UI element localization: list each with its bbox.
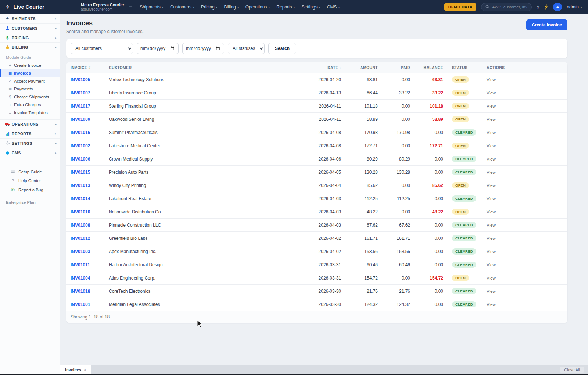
invoice-link[interactable]: INV01001: [71, 302, 90, 307]
table-row: INV01001Meridian Legal Associates2026-03…: [66, 298, 567, 311]
sidebar-item-extra-charges[interactable]: +Extra Charges: [0, 101, 60, 109]
amount-cell: 85.62: [343, 179, 380, 192]
invoice-link[interactable]: INV01013: [71, 183, 90, 188]
column-header-paid[interactable]: PAID: [380, 62, 412, 73]
amount-cell: 58.89: [343, 113, 380, 126]
view-link[interactable]: View: [487, 77, 496, 82]
nav-item-settings[interactable]: Settings▾: [298, 3, 323, 11]
invoice-link[interactable]: INV01014: [71, 196, 90, 201]
sidebar-section-customers[interactable]: CUSTOMERS▸: [0, 24, 60, 33]
sidebar-sections: ✈SHIPMENTS▸CUSTOMERS▸$PRICING▸BILLING▾Mo…: [0, 14, 60, 158]
invoice-link[interactable]: INV01005: [71, 77, 90, 82]
invoice-link[interactable]: INV01009: [71, 117, 90, 122]
view-link[interactable]: View: [487, 157, 496, 161]
status-badge: CLEARED: [452, 248, 476, 255]
view-link[interactable]: View: [487, 117, 496, 122]
view-link[interactable]: View: [487, 249, 496, 254]
sidebar-item-charge-shipments[interactable]: $Charge Shipments: [0, 93, 60, 101]
amount-cell: 161.71: [343, 232, 380, 245]
nav-item-cms[interactable]: CMS▾: [324, 3, 343, 11]
customer-select[interactable]: All customers: [71, 43, 133, 54]
column-header-actions[interactable]: ACTIONS: [479, 62, 567, 73]
sidebar-item-create-invoice[interactable]: +Create Invoice: [0, 61, 60, 69]
date-to-input[interactable]: [182, 43, 224, 54]
invoice-link[interactable]: INV01003: [71, 249, 90, 254]
column-header-amount[interactable]: AMOUNT: [343, 62, 380, 73]
status-badge: OPEN: [452, 76, 469, 83]
balance-cell: 0.00: [412, 219, 445, 232]
user-menu[interactable]: admin ▾: [567, 4, 582, 10]
sidebar-item-invoices[interactable]: ▤Invoices: [0, 69, 60, 77]
sidebar-section-shipments[interactable]: ✈SHIPMENTS▸: [0, 14, 60, 24]
column-header-balance[interactable]: BALANCE: [412, 62, 445, 73]
sidebar-link-report-a-bug[interactable]: ✆Report a Bug: [0, 185, 60, 195]
app-logo[interactable]: ✈ Live Courier: [0, 0, 76, 14]
sidebar-item-invoice-templates[interactable]: ≡Invoice Templates: [0, 109, 60, 117]
sidebar-item-payments[interactable]: ▦Payments: [0, 85, 60, 93]
create-invoice-button[interactable]: Create Invoice: [526, 19, 567, 30]
global-search[interactable]: [481, 3, 532, 11]
invoice-link[interactable]: INV01002: [71, 143, 90, 148]
nav-item-billing[interactable]: Billing▾: [221, 3, 242, 11]
view-link[interactable]: View: [487, 196, 496, 201]
sidebar-section-reports[interactable]: REPORTS▸: [0, 129, 60, 139]
nav-item-operations[interactable]: Operations▾: [242, 3, 273, 11]
invoice-link[interactable]: INV01017: [71, 104, 90, 109]
close-all-button[interactable]: Close All: [560, 367, 584, 373]
sidebar-item-accept-payment[interactable]: ✓Accept Payment: [0, 77, 60, 85]
view-link[interactable]: View: [487, 104, 496, 108]
view-link[interactable]: View: [487, 302, 496, 307]
invoice-link[interactable]: INV01004: [71, 275, 90, 281]
actions-cell: View: [479, 179, 567, 192]
sidebar-section-pricing[interactable]: $PRICING▸: [0, 33, 60, 43]
view-link[interactable]: View: [487, 236, 496, 241]
column-header-customer[interactable]: CUSTOMER: [107, 62, 306, 73]
balance-cell: 0.00: [412, 258, 445, 271]
view-link[interactable]: View: [487, 289, 496, 293]
table-header-row: INVOICE #CUSTOMERDATE↓AMOUNTPAIDBALANCES…: [66, 62, 567, 73]
view-link[interactable]: View: [487, 183, 496, 188]
view-link[interactable]: View: [487, 210, 496, 214]
view-link[interactable]: View: [487, 276, 496, 280]
view-link[interactable]: View: [487, 223, 496, 227]
hamburger-icon[interactable]: ≡: [129, 4, 132, 10]
sidebar-link-setup-guide[interactable]: Setup Guide: [0, 167, 60, 176]
nav-item-customers[interactable]: Customers▾: [167, 3, 198, 11]
invoice-link[interactable]: INV01011: [71, 262, 90, 267]
help-icon[interactable]: ?: [537, 4, 539, 10]
invoice-link[interactable]: INV01007: [71, 90, 90, 95]
close-icon[interactable]: ×: [84, 368, 86, 372]
column-header-invoice[interactable]: INVOICE #: [66, 62, 107, 73]
column-header-status[interactable]: STATUS: [445, 62, 479, 73]
avatar[interactable]: A: [553, 3, 562, 11]
invoice-link[interactable]: INV01006: [71, 156, 90, 162]
status-select[interactable]: All statuses: [228, 43, 265, 54]
view-link[interactable]: View: [487, 144, 496, 148]
invoice-link[interactable]: INV01016: [71, 130, 90, 135]
invoice-link[interactable]: INV01015: [71, 170, 90, 175]
lightning-icon[interactable]: [544, 4, 548, 10]
sidebar-section-settings[interactable]: SETTINGS▸: [0, 139, 60, 148]
sidebar-link-help-center[interactable]: ?Help Center: [0, 176, 60, 185]
nav-item-shipments[interactable]: Shipments▾: [136, 3, 167, 11]
sidebar-section-billing[interactable]: BILLING▾: [0, 43, 60, 52]
date-from-input[interactable]: [137, 43, 179, 54]
tab-invoices[interactable]: Invoices×: [60, 365, 91, 374]
search-button[interactable]: Search: [268, 43, 296, 54]
sidebar-footer: Setup Guide?Help Center✆Report a Bug: [0, 167, 60, 195]
view-link[interactable]: View: [487, 130, 496, 135]
invoice-link[interactable]: INV01008: [71, 223, 90, 228]
view-link[interactable]: View: [487, 263, 496, 267]
column-header-date[interactable]: DATE↓: [306, 62, 343, 73]
invoice-link[interactable]: INV01010: [71, 209, 90, 214]
tenant-domain: app.livecourier.com: [81, 7, 124, 12]
view-link[interactable]: View: [487, 91, 496, 95]
view-link[interactable]: View: [487, 170, 496, 174]
sidebar-section-cms[interactable]: CMS▸: [0, 148, 60, 158]
invoice-link[interactable]: INV01012: [71, 236, 90, 241]
invoice-link[interactable]: INV01018: [71, 289, 90, 294]
global-search-input[interactable]: [492, 5, 527, 9]
nav-item-pricing[interactable]: Pricing▾: [198, 3, 221, 11]
sidebar-section-operations[interactable]: OPERATIONS▸: [0, 120, 60, 129]
nav-item-reports[interactable]: Reports▾: [273, 3, 298, 11]
